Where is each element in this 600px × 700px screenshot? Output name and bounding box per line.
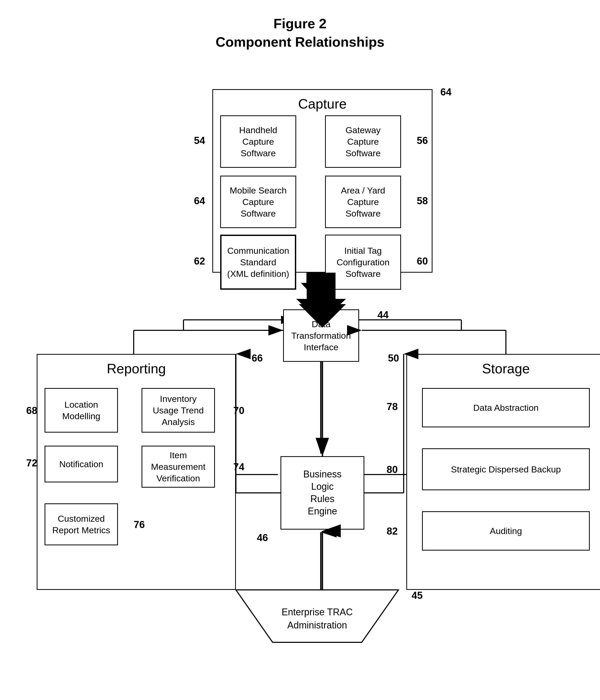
figure-title: Figure 2 [21,16,579,31]
box-strategic: Strategic Dispersed Backup [422,448,590,490]
ref-inventory: 70 [233,405,244,416]
box-location: Location Modelling [45,388,118,432]
ref-storage: 50 [388,353,399,364]
ref-initial: 60 [417,256,428,267]
figure-subtitle: Component Relationships [21,34,579,50]
ref-auditing: 82 [386,526,398,537]
ref-blre: 46 [257,532,268,544]
box-auditing: Auditing [422,511,590,551]
ref-gateway: 56 [417,135,428,146]
capture-label: Capture [213,95,432,113]
diagram: Capture 64 Handheld Capture Software 54 … [21,66,579,682]
box-dti: Data Transformation Interface [283,309,359,362]
storage-label: Storage [407,360,600,378]
ref-customized: 76 [134,519,145,530]
enterprise-label: Enterprise TRAC Administration [236,598,398,640]
box-notification: Notification [45,446,118,482]
box-blre: Business Logic Rules Engine [280,456,364,530]
ref-strategic: 80 [386,464,398,475]
page-container: Figure 2 Component Relationships [0,0,600,700]
ref-handheld: 54 [194,135,205,146]
box-gateway: Gateway Capture Software [325,115,401,168]
ref-area: 58 [417,195,428,207]
box-communication: Communication Standard (XML definition) [220,235,296,290]
ref-enterprise: 45 [411,590,423,601]
box-area: Area / Yard Capture Software [325,176,401,228]
ref-communication: 62 [194,256,205,267]
box-data-abstraction: Data Abstraction [422,388,590,427]
reporting-label: Reporting [38,360,235,378]
ref-location: 68 [26,405,37,416]
ref-dti: 44 [377,309,389,321]
box-mobile: Mobile Search Capture Software [220,176,296,228]
ref-mobile: 64 [194,195,205,207]
box-customized: Customized Report Metrics [45,503,118,545]
ref-data-abstraction: 78 [386,401,398,412]
box-initial: Initial Tag Configuration Software [325,235,401,290]
ref-item: 74 [233,461,244,473]
ref-notification: 72 [26,457,37,469]
box-inventory: Inventory Usage Trend Analysis [142,388,215,432]
box-item: Item Measurement Verification [142,446,215,488]
ref-capture: 64 [440,86,451,98]
ref-reporting: 66 [252,353,262,364]
box-handheld: Handheld Capture Software [220,115,296,168]
